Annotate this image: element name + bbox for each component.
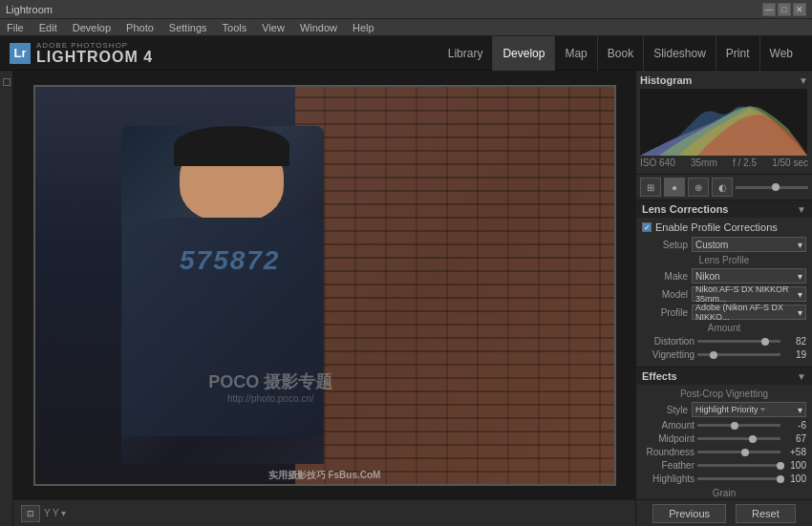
menu-edit[interactable]: Edit [36,22,60,33]
crop-button[interactable]: ⊞ [640,178,661,197]
setup-value: Custom [695,240,728,250]
feather-slider[interactable] [697,464,780,467]
vignetting-label: Vignetting [642,349,694,360]
lens-corrections-title: Lens Corrections [642,203,728,215]
feather-row: Feather 100 [642,460,806,471]
style-dropdown[interactable]: Highlight Priority ÷ ▾ [692,402,806,417]
style-value: Highlight Priority ÷ [695,405,765,414]
photo-toolbar: ⊡ Y Y ▾ [13,499,635,526]
menu-develop[interactable]: Develop [70,22,114,33]
lens-corrections-header[interactable]: Lens Corrections ▼ [636,200,812,218]
menu-help[interactable]: Help [350,22,377,33]
vignetting-slider[interactable] [697,353,780,356]
tab-slideshow[interactable]: Slideshow [643,36,716,71]
setup-arrow: ▾ [798,240,802,250]
effects-header[interactable]: Effects ▼ [636,368,812,385]
menu-window[interactable]: Window [297,22,340,33]
top-nav: Lr ADOBE PHOTOSHOP LIGHTROOM 4 Library D… [0,36,812,71]
minimize-button[interactable]: — [762,3,776,16]
effects-amount-value: -6 [783,420,806,431]
tab-book[interactable]: Book [597,36,643,71]
shutter-info: 1/50 sec [772,158,808,168]
menu-tools[interactable]: Tools [220,22,250,33]
tool-slider-thumb[interactable] [772,183,780,191]
content-area: 575872 POCO 摄影专题 http://photo.poco.cn/ 实… [0,71,812,526]
profile-dropdown[interactable]: Adobe (Nikon AF-S DX NIKKO... ▾ [692,305,806,320]
tab-library[interactable]: Library [438,36,493,71]
distortion-thumb[interactable] [761,338,769,346]
roundness-thumb[interactable] [741,449,749,456]
close-button[interactable]: ✕ [793,3,806,16]
photo-container: 575872 POCO 摄影专题 http://photo.poco.cn/ 实… [13,71,635,499]
effects-amount-row: Amount -6 [642,420,806,431]
distortion-slider[interactable] [697,340,780,343]
profile-row: Profile Adobe (Nikon AF-S DX NIKKO... ▾ [642,305,806,320]
effects-content: Post-Crop Vignetting Style Highlight Pri… [636,385,812,499]
redeye-button[interactable]: ⊕ [688,178,709,197]
histogram-expand-arrow[interactable]: ▼ [799,75,808,86]
tab-web[interactable]: Web [759,36,802,71]
aperture-info: f / 2.5 [733,158,757,168]
photo-frame: 575872 POCO 摄影专题 http://photo.poco.cn/ 实… [33,85,616,486]
maximize-button[interactable]: □ [778,3,791,16]
highlights-thumb[interactable] [777,475,784,483]
distortion-row: Distortion 82 [642,336,806,347]
vignetting-thumb[interactable] [710,351,717,359]
profile-arrow: ▾ [798,307,802,318]
lens-corrections-section: Lens Corrections ▼ ✓ Enable Profile Corr… [636,200,812,368]
midpoint-thumb[interactable] [749,435,757,443]
title-bar: Lightroom — □ ✕ [0,0,812,19]
tool-slider[interactable] [736,186,808,189]
make-arrow: ▾ [798,271,802,282]
left-panel-toggle[interactable] [3,78,11,86]
lr-title-block: ADOBE PHOTOSHOP LIGHTROOM 4 [36,41,153,65]
model-dropdown[interactable]: Nikon AF-S DX NIKKOR 35mm... ▾ [692,286,806,302]
reset-button[interactable]: Reset [736,504,796,523]
lr-logo: Lr ADOBE PHOTOSHOP LIGHTROOM 4 [10,41,153,65]
midpoint-slider[interactable] [697,437,780,440]
photo-area: 575872 POCO 摄影专题 http://photo.poco.cn/ 实… [13,71,635,526]
focal-info: 35mm [691,158,717,168]
setup-dropdown[interactable]: Custom ▾ [692,237,806,252]
make-dropdown[interactable]: Nikon ▾ [692,268,806,284]
menu-bar: File Edit Develop Photo Settings Tools V… [0,19,812,36]
setup-row: Setup Custom ▾ [642,237,806,252]
photo-image: 575872 POCO 摄影专题 http://photo.poco.cn/ [35,87,614,484]
previous-button[interactable]: Previous [652,504,726,523]
spot-button[interactable]: ● [664,178,685,197]
effects-amount-slider[interactable] [697,424,780,427]
iso-info: ISO 640 [640,158,675,168]
brush-button[interactable]: ◐ [712,178,733,197]
highlights-label: Highlights [642,473,694,484]
feather-thumb[interactable] [777,462,784,470]
histogram-title: Histogram [640,74,692,86]
tab-map[interactable]: Map [554,36,596,71]
make-label: Make [642,271,688,282]
menu-photo[interactable]: Photo [123,22,157,33]
enable-profile-label: Enable Profile Corrections [655,221,778,233]
lens-corrections-expand[interactable]: ▼ [797,204,806,215]
effects-expand[interactable]: ▼ [797,371,806,382]
highlights-slider[interactable] [697,477,780,480]
histogram-section: Histogram ▼ ISO 640 35m [636,71,812,174]
model-value: Nikon AF-S DX NIKKOR 35mm... [695,284,798,304]
make-row: Make Nikon ▾ [642,268,806,284]
tab-print[interactable]: Print [716,36,759,71]
menu-settings[interactable]: Settings [166,22,210,33]
tab-develop[interactable]: Develop [492,36,554,71]
style-arrow: ▾ [798,405,802,415]
effects-amount-thumb[interactable] [731,422,738,430]
roundness-slider[interactable] [697,451,780,453]
right-scroll[interactable]: Lens Corrections ▼ ✓ Enable Profile Corr… [636,200,812,499]
brick-wall [295,87,613,484]
bottom-watermark: 实用摄影技巧 FsBus.CoM [268,469,381,482]
crop-tool-button[interactable]: ⊡ [21,505,40,522]
menu-file[interactable]: File [4,22,27,33]
left-panel [0,71,13,526]
menu-view[interactable]: View [259,22,288,33]
effects-title: Effects [642,370,677,382]
enable-profile-checkbox[interactable]: ✓ [642,222,652,232]
feather-value: 100 [783,460,806,471]
tool-slider-row [736,186,808,189]
style-row: Style Highlight Priority ÷ ▾ [642,402,806,417]
